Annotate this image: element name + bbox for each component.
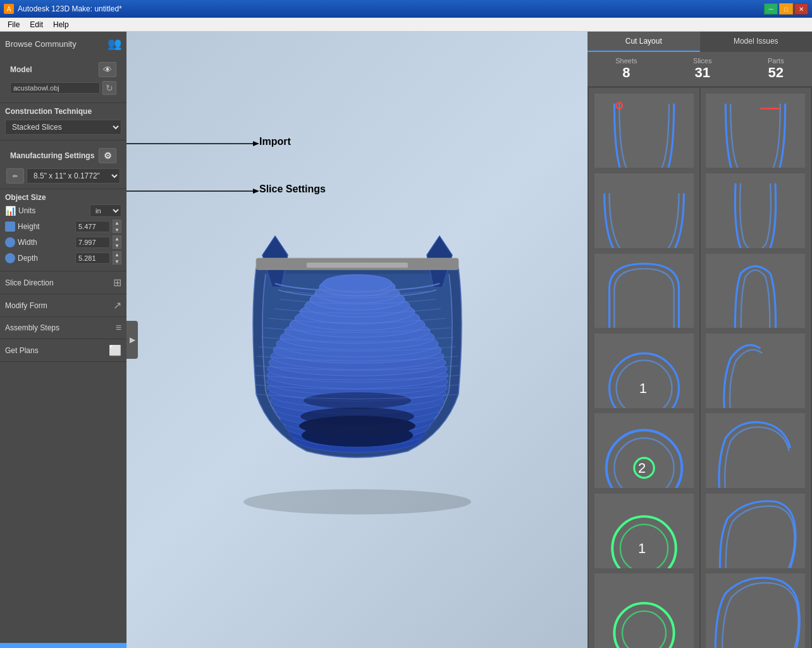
model-view-button[interactable]: 👁 <box>99 62 116 77</box>
window-controls: ─ □ ✕ <box>764 3 808 15</box>
construction-technique-label: Construction Technique <box>5 107 121 116</box>
height-down-button[interactable]: ▼ <box>113 227 121 233</box>
depth-input[interactable] <box>75 252 110 264</box>
sheets-label: Sheets <box>615 57 637 65</box>
modify-form-icon: ↗ <box>113 299 121 311</box>
parts-value: 52 <box>768 65 784 81</box>
model-svg <box>193 192 522 521</box>
modify-form-row[interactable]: Modify Form ↗ <box>0 294 126 317</box>
depth-down-button[interactable]: ▼ <box>113 258 121 265</box>
height-row: Height ▲ ▼ <box>5 220 121 233</box>
slices-value: 31 <box>693 65 711 81</box>
units-row: 📊 Units in <box>5 204 121 217</box>
width-up-button[interactable]: ▲ <box>113 235 121 242</box>
manufacturing-preset-icon: ✏ <box>6 168 24 184</box>
object-size-title: Object Size <box>5 193 121 202</box>
svg-text:2: 2 <box>638 461 646 477</box>
cut-layout-grid: 1 2 <box>587 87 812 648</box>
svg-point-33 <box>300 408 414 425</box>
window-title: Autodesk 123D Make: untitled* <box>18 4 764 13</box>
manufacturing-preset-dropdown[interactable]: 8.5" x 11" x 0.1772" <box>27 168 120 184</box>
maximize-button[interactable]: □ <box>779 3 793 15</box>
tab-model-issues[interactable]: Model Issues <box>700 32 813 52</box>
tab-cut-layout[interactable]: Cut Layout <box>587 32 700 52</box>
menu-edit[interactable]: Edit <box>25 19 48 30</box>
right-panel: Cut Layout Model Issues Sheets 8 Slices … <box>587 32 812 648</box>
viewport[interactable]: ▶ Import Slice Settings <box>126 32 587 648</box>
height-up-button[interactable]: ▲ <box>113 220 121 226</box>
svg-point-30 <box>323 275 392 292</box>
parts-label: Parts <box>768 57 784 65</box>
menu-bar: File Edit Help <box>0 18 812 32</box>
menu-file[interactable]: File <box>3 19 25 30</box>
slice-direction-icon: ⊞ <box>113 277 121 289</box>
browse-community-button[interactable]: Browse Community 👥 <box>0 32 126 56</box>
active-indicator <box>0 643 126 648</box>
modify-form-label: Modify Form <box>5 301 47 310</box>
get-plans-row[interactable]: Get Plans ⬜ <box>0 339 126 362</box>
height-input[interactable] <box>75 221 110 232</box>
file-input-row: acustabowl.obj ↻ <box>5 80 121 99</box>
svg-rect-67 <box>706 573 805 648</box>
units-dropdown[interactable]: in <box>90 204 121 217</box>
import-arrow <box>126 137 259 150</box>
width-down-button[interactable]: ▼ <box>113 242 121 249</box>
sidebar: Browse Community 👥 Model 👁 acustabowl.ob… <box>0 32 126 648</box>
app-icon: A <box>4 4 14 14</box>
cut-cell-13[interactable] <box>589 568 699 648</box>
height-icon <box>5 221 15 232</box>
slices-stat: Slices 31 <box>693 57 711 81</box>
svg-marker-1 <box>253 141 259 146</box>
right-tabs: Cut Layout Model Issues <box>587 32 812 52</box>
manufacturing-label: Manufacturing Settings <box>10 151 94 160</box>
assembly-steps-label: Assembly Steps <box>5 323 59 332</box>
manufacturing-preset-row: ✏ 8.5" x 11" x 0.1772" <box>5 167 121 185</box>
browse-community-icon: 👥 <box>108 37 121 51</box>
height-stepper[interactable]: ▲ ▼ <box>113 220 121 233</box>
depth-label: Depth <box>18 254 73 263</box>
units-icon: 📊 <box>5 206 16 216</box>
width-row: Width ▲ ▼ <box>5 235 121 249</box>
svg-text:1: 1 <box>639 380 646 396</box>
slice-direction-row[interactable]: Slice Direction ⊞ <box>0 271 126 294</box>
app-body: Browse Community 👥 Model 👁 acustabowl.ob… <box>0 32 812 648</box>
manufacturing-header: Manufacturing Settings ⚙ <box>5 144 121 167</box>
stats-row: Sheets 8 Slices 31 Parts 52 <box>587 52 812 87</box>
close-button[interactable]: ✕ <box>794 3 808 15</box>
collapse-panel-button[interactable]: ▶ <box>126 321 138 359</box>
depth-icon <box>5 253 15 263</box>
model-label: Model <box>10 65 32 74</box>
construction-section: Construction Technique Stacked Slices <box>0 103 126 140</box>
get-plans-label: Get Plans <box>5 346 39 355</box>
manufacturing-settings-button[interactable]: ⚙ <box>99 148 116 163</box>
slices-label: Slices <box>693 57 711 65</box>
minimize-button[interactable]: ─ <box>764 3 778 15</box>
sheets-value: 8 <box>615 65 637 81</box>
depth-up-button[interactable]: ▲ <box>113 251 121 258</box>
depth-row: Depth ▲ ▼ <box>5 251 121 265</box>
units-label: Units <box>18 206 87 215</box>
assembly-steps-row[interactable]: Assembly Steps ≡ <box>0 317 126 339</box>
assembly-steps-icon: ≡ <box>116 322 121 333</box>
menu-help[interactable]: Help <box>48 19 74 30</box>
width-icon <box>5 237 15 247</box>
width-stepper[interactable]: ▲ ▼ <box>113 235 121 249</box>
parts-stat: Parts 52 <box>768 57 784 81</box>
height-label: Height <box>18 222 73 231</box>
import-label: Import <box>259 136 291 147</box>
browse-community-label: Browse Community <box>5 39 77 49</box>
construction-technique-dropdown[interactable]: Stacked Slices <box>5 120 121 135</box>
model-file-display: acustabowl.obj <box>10 82 100 94</box>
width-input[interactable] <box>75 237 110 248</box>
manufacturing-section: Manufacturing Settings ⚙ ✏ 8.5" x 11" x … <box>0 140 126 189</box>
sheets-stat: Sheets 8 <box>615 57 637 81</box>
svg-rect-36 <box>307 263 408 268</box>
get-plans-icon: ⬜ <box>109 344 121 356</box>
model-refresh-button[interactable]: ↻ <box>102 81 116 95</box>
svg-point-34 <box>304 392 411 409</box>
depth-stepper[interactable]: ▲ ▼ <box>113 251 121 265</box>
3d-model <box>193 192 522 521</box>
cut-cell-14[interactable] <box>701 568 811 648</box>
title-bar: A Autodesk 123D Make: untitled* ─ □ ✕ <box>0 0 812 18</box>
slice-direction-label: Slice Direction <box>5 278 54 287</box>
